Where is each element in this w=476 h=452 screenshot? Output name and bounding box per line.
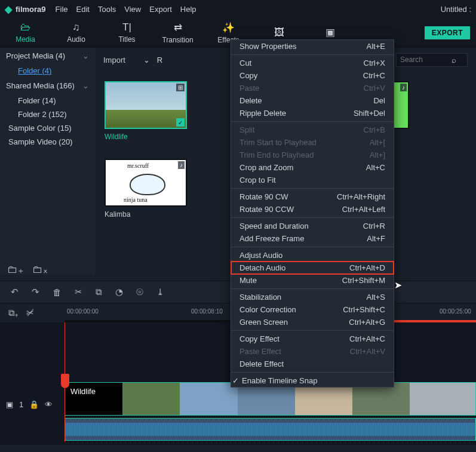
search-box[interactable]: ⌕: [396, 53, 468, 67]
tab-transition[interactable]: ⇄ Transition: [152, 21, 203, 44]
import-dropdown[interactable]: Import ⌄: [103, 56, 150, 64]
color-icon[interactable]: ⦾: [136, 287, 143, 297]
titles-icon: T|: [122, 21, 131, 33]
context-item-label: Green Screen: [239, 318, 288, 327]
context-item-shortcut: Alt+]: [370, 150, 385, 159]
layout-icon: ▣: [325, 26, 335, 39]
visibility-icon[interactable]: 👁: [45, 400, 53, 409]
context-item-copy[interactable]: CopyCtrl+C: [231, 69, 394, 82]
tab-image[interactable]: 🖼: [254, 27, 305, 39]
check-icon: ✓: [176, 118, 185, 127]
snap-icon[interactable]: ✂̸: [26, 308, 34, 318]
track-type-icon: ▣: [6, 400, 13, 409]
context-item-color-correction[interactable]: Color CorrectionCtrl+Shift+C: [231, 303, 394, 316]
track-header[interactable]: ▣ 1 🔒 👁: [6, 400, 53, 409]
music-badge-icon: ♪: [178, 161, 185, 169]
search-input[interactable]: [400, 56, 448, 64]
context-item-delete-effect[interactable]: Delete Effect: [231, 358, 394, 370]
redo-icon[interactable]: ↷: [32, 287, 39, 297]
context-item-stabilization[interactable]: StabilizationAlt+S: [231, 291, 394, 303]
export-button[interactable]: EXPORT: [425, 26, 470, 39]
context-separator: [231, 217, 394, 218]
context-item-shortcut: Ctrl+Alt+G: [349, 318, 385, 327]
context-item-paste: PasteCtrl+V: [231, 82, 394, 94]
context-item-label: Delete Effect: [239, 359, 284, 368]
delete-folder-icon[interactable]: 🗀ₓ: [32, 263, 48, 276]
context-item-adjust-audio[interactable]: Adjust Audio: [231, 249, 394, 262]
thumb-wildlife[interactable]: ⊞ ✓ Wildlife: [105, 81, 187, 141]
context-item-shortcut: Ctrl+R: [363, 222, 385, 230]
lock-icon[interactable]: 🔒: [29, 400, 39, 409]
context-item-label: Split: [239, 125, 254, 134]
scruff-text-bottom: ninja tuna: [124, 196, 148, 203]
sidebar-project-media[interactable]: Project Media (4) ⌄: [0, 48, 95, 64]
menu-export[interactable]: Export: [149, 5, 172, 14]
export-icon[interactable]: ⤓: [156, 287, 164, 297]
context-item-rotate-90-cw[interactable]: Rotate 90 CWCtrl+Alt+Right: [231, 190, 394, 203]
tab-layout[interactable]: ▣: [305, 26, 355, 39]
crop-icon[interactable]: ⧉: [96, 287, 102, 297]
thumb-image[interactable]: ⊞ ✓: [105, 81, 187, 129]
sidebar-shared-folder-2[interactable]: Folder 2 (152): [0, 107, 95, 121]
context-item-mute[interactable]: MuteCtrl+Shift+M: [231, 274, 394, 287]
sidebar-sample-video[interactable]: Sample Video (20): [0, 135, 95, 149]
tab-titles[interactable]: T| Titles: [102, 21, 152, 44]
tab-media[interactable]: 🗁 Media: [0, 21, 51, 44]
context-item-label: Paste Effect: [239, 347, 281, 356]
context-item-label: Rotate 90 CCW: [239, 205, 294, 214]
sidebar-shared-folder-1[interactable]: Folder (14): [0, 94, 95, 107]
split-icon[interactable]: ✂: [75, 287, 82, 297]
context-item-crop-to-fit[interactable]: Crop to Fit: [231, 174, 394, 186]
context-item-show-properties[interactable]: Show PropertiesAlt+E: [231, 40, 394, 53]
context-item-cut[interactable]: CutCtrl+X: [231, 57, 394, 69]
sidebar-item-label: Shared Media (166): [6, 81, 75, 90]
add-marker-icon[interactable]: ⧉₊: [8, 308, 18, 318]
context-item-label: Color Correction: [239, 305, 296, 314]
record-button[interactable]: R: [157, 56, 162, 64]
mouse-cursor-icon: ➤: [394, 279, 402, 291]
speed-icon[interactable]: ◔: [115, 287, 123, 297]
chevron-down-icon: ⌄: [82, 81, 89, 90]
context-item-speed-and-duration[interactable]: Speed and DurationCtrl+R: [231, 220, 394, 232]
playhead-handle[interactable]: [61, 374, 69, 388]
sidebar-sample-color[interactable]: Sample Color (15): [0, 121, 95, 135]
delete-icon[interactable]: 🗑: [53, 287, 62, 297]
context-item-shortcut: Ctrl+Shift+M: [342, 276, 385, 285]
context-item-copy-effect[interactable]: Copy EffectCtrl+Alt+C: [231, 333, 394, 345]
context-item-rotate-90-ccw[interactable]: Rotate 90 CCWCtrl+Alt+Left: [231, 203, 394, 216]
menu-edit[interactable]: Edit: [76, 5, 90, 14]
tab-audio[interactable]: ♫ Audio: [51, 21, 102, 44]
sidebar-shared-media[interactable]: Shared Media (166) ⌄: [0, 78, 95, 94]
menu-help[interactable]: Help: [180, 5, 196, 14]
menu-view[interactable]: View: [124, 5, 141, 14]
context-menu: Show PropertiesAlt+ECutCtrl+XCopyCtrl+CP…: [231, 39, 394, 388]
search-icon[interactable]: ⌕: [452, 56, 456, 64]
context-item-enable-timeline-snap[interactable]: ✓Enable Timeline Snap: [231, 374, 394, 387]
context-item-crop-and-zoom[interactable]: Crop and ZoomAlt+C: [231, 161, 394, 174]
transition-icon: ⇄: [174, 21, 182, 34]
ruler-controls: ⧉₊ ✂̸: [8, 308, 34, 318]
menu-tools[interactable]: Tools: [98, 5, 116, 14]
context-item-label: Mute: [239, 276, 257, 285]
music-badge-icon: ♪: [400, 84, 407, 91]
undo-icon[interactable]: ↶: [11, 287, 19, 297]
menu-file[interactable]: File: [56, 5, 68, 14]
context-item-add-freeze-frame[interactable]: Add Freeze FrameAlt+F: [231, 232, 394, 245]
context-item-green-screen[interactable]: Green ScreenCtrl+Alt+G: [231, 316, 394, 328]
audio-clip[interactable]: [65, 418, 476, 441]
thumb-kalimba[interactable]: mr.scruff ninja tuna ♪ Kalimba: [105, 159, 187, 219]
logo-text: filmora9: [16, 5, 46, 14]
context-item-paste-effect: Paste EffectCtrl+Alt+V: [231, 345, 394, 358]
sidebar-project-folder[interactable]: Folder (4): [0, 64, 95, 78]
new-folder-icon[interactable]: 🗀₊: [7, 263, 24, 276]
thumb-image[interactable]: mr.scruff ninja tuna ♪: [105, 159, 187, 207]
context-item-label: Adjust Audio: [239, 251, 282, 260]
context-item-ripple-delete[interactable]: Ripple DeleteShift+Del: [231, 107, 394, 119]
context-separator: [231, 330, 394, 331]
context-item-label: Cut: [239, 59, 251, 67]
context-item-detach-audio[interactable]: Detach AudioCtrl+Alt+D: [231, 262, 394, 274]
context-item-delete[interactable]: DeleteDel: [231, 94, 394, 107]
context-item-trim-start-to-playhead: Trim Start to PlayheadAlt+[: [231, 136, 394, 149]
context-item-shortcut: Ctrl+Alt+Right: [337, 192, 385, 201]
document-title: Untitled :: [441, 5, 471, 14]
